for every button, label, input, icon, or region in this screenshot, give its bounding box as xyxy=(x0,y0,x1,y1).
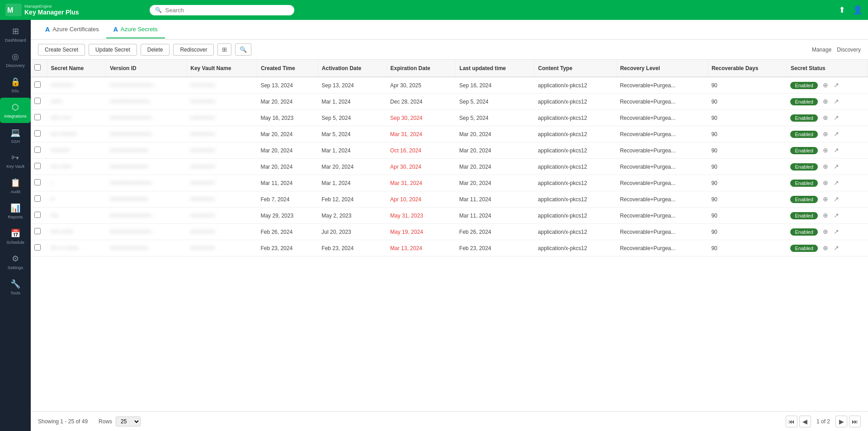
row-select-6[interactable] xyxy=(34,179,41,185)
row-checkbox-4[interactable] xyxy=(31,142,47,159)
row-created-6: Mar 11, 2024 xyxy=(257,175,318,191)
header-last-updated: Last updated time xyxy=(456,60,534,77)
tab-azure-secrets[interactable]: A Azure Secrets xyxy=(106,21,165,38)
sidebar-item-key-vault[interactable]: 🗝 Key Vault xyxy=(0,148,31,173)
row-key-vault-1: ••••••••••••• xyxy=(187,94,257,110)
row-recoverable-days-4: 90 xyxy=(708,142,787,159)
svg-text:M: M xyxy=(7,6,13,14)
row-select-1[interactable] xyxy=(34,98,41,104)
sidebar-item-ssh[interactable]: 💻 SSH xyxy=(0,123,31,148)
rediscover-button[interactable]: Rediscover xyxy=(173,44,214,56)
row-expiration-10: Mar 13, 2024 xyxy=(387,240,456,256)
action-icon-1-5[interactable]: ⊕ xyxy=(823,163,828,170)
sidebar-item-tools[interactable]: 🔧 Tools xyxy=(0,275,31,300)
row-checkbox-10[interactable] xyxy=(31,240,47,256)
last-page-button[interactable]: ⏭ xyxy=(849,416,861,427)
action-icon-1-8[interactable]: ⊕ xyxy=(823,212,828,219)
row-checkbox-9[interactable] xyxy=(31,224,47,240)
sidebar-item-schedule[interactable]: 📅 Schedule xyxy=(0,224,31,249)
discovery-icon: ◎ xyxy=(12,52,19,62)
action-icon-1-4[interactable]: ⊕ xyxy=(823,147,828,154)
sidebar-item-reports[interactable]: 📊 Reports xyxy=(0,199,31,224)
prev-page-button[interactable]: ◀ xyxy=(799,416,811,427)
table-row: •••••• ••••••••••••••••••••• . •••••••••… xyxy=(31,94,868,110)
action-icon-2-2[interactable]: ↗ xyxy=(834,114,839,121)
manage-link[interactable]: Manage xyxy=(812,47,831,53)
status-badge-10: Enabled xyxy=(790,245,817,252)
sidebar-item-discovery[interactable]: ◎ Discovery xyxy=(0,47,31,72)
first-page-button[interactable]: ⏮ xyxy=(786,416,797,427)
row-secret-name-6: • xyxy=(47,175,106,191)
row-expiration-9: May 19, 2024 xyxy=(387,224,456,240)
row-checkbox-5[interactable] xyxy=(31,159,47,175)
action-icon-1-7[interactable]: ⊕ xyxy=(823,195,828,203)
row-select-4[interactable] xyxy=(34,147,41,153)
action-icon-2-6[interactable]: ↗ xyxy=(834,179,839,186)
search-input[interactable] xyxy=(165,7,289,14)
action-icon-2-10[interactable]: ↗ xyxy=(834,244,839,251)
action-icon-1-10[interactable]: ⊕ xyxy=(823,244,828,251)
row-select-0[interactable] xyxy=(34,81,41,88)
action-icon-1-9[interactable]: ⊕ xyxy=(823,228,828,235)
grid-view-button[interactable]: ⊞ xyxy=(217,43,231,56)
update-secret-button[interactable]: Update Secret xyxy=(89,44,137,56)
action-icon-2-5[interactable]: ↗ xyxy=(834,163,839,170)
row-key-vault-10: ••••••••••••• xyxy=(187,240,257,256)
row-version-id-8: •••••••••••••••••••••• . xyxy=(106,208,186,224)
next-page-button[interactable]: ▶ xyxy=(835,416,847,427)
row-select-3[interactable] xyxy=(34,130,41,137)
row-select-8[interactable] xyxy=(34,212,41,218)
tab-azure-certificates[interactable]: A Azure Certificates xyxy=(38,21,106,38)
row-select-5[interactable] xyxy=(34,163,41,169)
row-last-updated-10: Feb 23, 2024 xyxy=(456,240,534,256)
create-secret-button[interactable]: Create Secret xyxy=(38,44,85,56)
action-icon-2-8[interactable]: ↗ xyxy=(834,212,839,219)
sidebar-item-audit[interactable]: 📋 Audit xyxy=(0,173,31,199)
row-created-5: Mar 20, 2024 xyxy=(257,159,318,175)
select-all-checkbox[interactable] xyxy=(34,64,41,71)
sidebar-item-dashboard[interactable]: ⊞ Dashboard xyxy=(0,22,31,47)
search-filter-button[interactable]: 🔍 xyxy=(235,43,251,56)
sidebar-item-integrations[interactable]: ⬡ Integrations xyxy=(0,98,31,123)
sidebar-item-settings[interactable]: ⚙ Settings xyxy=(0,249,31,275)
row-secret-name-4: •••••••••• xyxy=(47,142,106,159)
row-recovery-level-6: Recoverable+Purgea... xyxy=(616,175,708,191)
row-checkbox-2[interactable] xyxy=(31,110,47,126)
action-icon-1-1[interactable]: ⊕ xyxy=(823,98,828,105)
action-icon-2-1[interactable]: ↗ xyxy=(834,98,839,105)
row-content-type-3: application/x-pkcs12 xyxy=(534,126,616,142)
sidebar-item-ssl[interactable]: 🔒 SSL xyxy=(0,72,31,98)
rows-per-page-select[interactable]: 10 25 50 100 xyxy=(116,417,141,426)
row-last-updated-7: Mar 11, 2024 xyxy=(456,191,534,208)
row-checkbox-7[interactable] xyxy=(31,191,47,208)
action-icon-1-6[interactable]: ⊕ xyxy=(823,179,828,186)
row-select-2[interactable] xyxy=(34,114,41,120)
row-select-7[interactable] xyxy=(34,195,41,202)
delete-button[interactable]: Delete xyxy=(141,44,170,56)
row-select-9[interactable] xyxy=(34,228,41,234)
row-checkbox-8[interactable] xyxy=(31,208,47,224)
action-icon-2-7[interactable]: ↗ xyxy=(834,195,839,203)
footer: Showing 1 - 25 of 49 Rows 10 25 50 100 ⏮… xyxy=(31,411,868,431)
row-checkbox-3[interactable] xyxy=(31,126,47,142)
user-icon[interactable]: 👤 xyxy=(853,5,863,15)
action-icon-2-4[interactable]: ↗ xyxy=(834,147,839,154)
action-icon-1-0[interactable]: ⊕ xyxy=(823,81,828,89)
discovery-link[interactable]: Discovery xyxy=(837,47,861,53)
tools-icon: 🔧 xyxy=(10,279,20,289)
row-checkbox-1[interactable] xyxy=(31,94,47,110)
row-checkbox-6[interactable] xyxy=(31,175,47,191)
action-icon-1-2[interactable]: ⊕ xyxy=(823,114,828,121)
action-icon-2-0[interactable]: ↗ xyxy=(834,81,839,89)
upload-icon[interactable]: ⬆ xyxy=(839,5,845,15)
search-bar[interactable]: 🔍 xyxy=(150,5,294,15)
action-icon-2-9[interactable]: ↗ xyxy=(834,228,839,235)
row-checkbox-0[interactable] xyxy=(31,77,47,94)
action-icon-1-3[interactable]: ⊕ xyxy=(823,130,828,137)
row-activation-4: Mar 1, 2024 xyxy=(318,142,387,159)
row-select-10[interactable] xyxy=(34,244,41,251)
action-icon-2-3[interactable]: ↗ xyxy=(834,130,839,137)
row-last-updated-0: Sep 16, 2024 xyxy=(456,77,534,94)
row-status-7: Enabled ⊕ ↗ xyxy=(787,191,868,208)
row-status-8: Enabled ⊕ ↗ xyxy=(787,208,868,224)
